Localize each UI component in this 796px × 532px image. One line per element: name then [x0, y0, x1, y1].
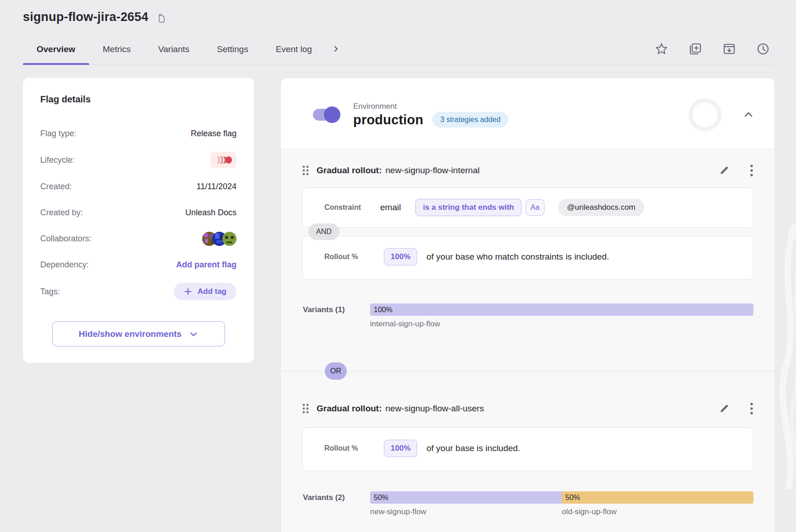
hide-show-environments-button[interactable]: Hide/show environments — [52, 321, 225, 346]
flag-overview-page: signup-flow-jira-2654 Overview Metrics V… — [0, 0, 796, 495]
drag-handle-icon[interactable] — [302, 165, 309, 176]
lifecycle-label: Lifecycle: — [40, 155, 75, 165]
rollout-description: of your base who match constraints is in… — [426, 252, 609, 262]
lifecycle-live-icon[interactable] — [210, 152, 237, 168]
variants-row-2: Variants (2) 50% 50% new-signup-flow — [303, 491, 753, 519]
tab-variants[interactable]: Variants — [145, 36, 203, 64]
variants-label: Variants (1) — [303, 303, 370, 331]
strategy-2-header: Gradual rollout:new-signup-flow-all-user… — [302, 402, 753, 415]
flag-details-card: Flag details Flag type: Release flag Lif… — [23, 78, 254, 363]
or-connector: OR — [325, 362, 347, 380]
environment-header: Environment production 3 strategies adde… — [281, 78, 774, 149]
rollout-percent-badge: 100% — [384, 248, 417, 266]
environment-card: Environment production 3 strategies adde… — [280, 78, 775, 532]
copy-add-icon[interactable] — [688, 42, 703, 56]
constraint-value: @unleashdocs.com — [558, 199, 644, 216]
strategy-list: Gradual rollout:new-signup-flow-internal… — [281, 149, 774, 519]
rollout-percent-badge: 100% — [384, 440, 417, 457]
created-value: 11/11/2024 — [197, 182, 237, 192]
strategy-1-title: Gradual rollout:new-signup-flow-internal — [317, 165, 479, 176]
add-tag-button[interactable]: Add tag — [174, 283, 237, 300]
constraint-field: email — [380, 202, 401, 213]
strategy-2-title: Gradual rollout:new-signup-flow-all-user… — [317, 404, 484, 414]
drag-handle-icon[interactable] — [302, 403, 309, 415]
strategy-menu-icon[interactable] — [750, 402, 753, 415]
flag-type-value: Release flag — [191, 129, 237, 138]
avatar — [222, 232, 237, 246]
strategy-menu-icon[interactable] — [750, 164, 753, 177]
constraint-operator: is a string that ends with — [415, 199, 521, 216]
strategy-1-header: Gradual rollout:new-signup-flow-internal — [302, 164, 753, 177]
or-divider: OR — [302, 362, 753, 380]
strategies-count-badge: 3 strategies added — [432, 112, 508, 128]
constraint-box: Constraint email is a string that ends w… — [302, 187, 753, 228]
edit-strategy-icon[interactable] — [719, 403, 730, 414]
chevron-up-icon[interactable] — [742, 109, 754, 121]
variants-row-1: Variants (1) 100% internal-sign-up-flow — [303, 303, 753, 331]
flag-type-row: Flag type: Release flag — [40, 126, 237, 141]
favorite-star-icon[interactable] — [654, 42, 669, 56]
tab-event-log[interactable]: Event log — [262, 36, 326, 64]
flag-details-heading: Flag details — [40, 94, 237, 105]
add-tag-label: Add tag — [198, 287, 226, 296]
tab-overview[interactable]: Overview — [23, 36, 89, 64]
created-by-row: Created by: Unleash Docs — [40, 205, 237, 220]
variant-name: internal-sign-up-flow — [370, 319, 440, 329]
add-parent-flag-link[interactable]: Add parent flag — [176, 260, 237, 270]
tab-metrics[interactable]: Metrics — [89, 36, 145, 64]
tab-settings[interactable]: Settings — [203, 36, 262, 64]
tab-bar: Overview Metrics Variants Settings Event… — [23, 36, 339, 64]
variant-bar: 50% — [370, 491, 562, 504]
dependency-label: Dependency: — [40, 260, 89, 270]
chevron-right-icon[interactable] — [332, 45, 339, 55]
environment-toggle[interactable] — [313, 109, 339, 121]
variant-bar: 100% — [370, 303, 753, 316]
case-sensitivity-badge: Aa — [526, 199, 545, 216]
created-row: Created: 11/11/2024 — [40, 179, 237, 194]
tags-row: Tags: Add tag — [40, 283, 237, 300]
page-title: signup-flow-jira-2654 — [23, 10, 148, 24]
rollout-label: Rollout % — [324, 444, 358, 452]
environment-label: Environment — [353, 102, 508, 111]
main-content: Flag details Flag type: Release flag Lif… — [0, 65, 796, 495]
created-label: Created: — [40, 182, 72, 192]
collaborator-avatars — [202, 232, 237, 246]
metrics-ring — [688, 98, 721, 131]
edit-strategy-icon[interactable] — [719, 165, 730, 176]
archive-icon[interactable] — [722, 42, 737, 56]
rollout-box-1: Rollout % 100% of your base who match co… — [302, 236, 753, 280]
constraint-label: Constraint — [324, 203, 361, 212]
collaborators-label: Collaborators: — [40, 234, 91, 244]
rollout-label: Rollout % — [324, 253, 358, 261]
flag-type-label: Flag type: — [40, 129, 76, 138]
dependency-row: Dependency: Add parent flag — [40, 257, 237, 272]
variant-bar: 50% — [562, 491, 753, 504]
history-clock-icon[interactable] — [756, 42, 770, 56]
environment-title: Environment production 3 strategies adde… — [353, 102, 508, 128]
flag-toolbar — [654, 42, 773, 64]
and-connector: AND — [308, 223, 339, 240]
chevron-down-icon — [189, 330, 198, 339]
copy-flag-name-icon[interactable] — [156, 13, 167, 24]
rollout-box-2: Rollout % 100% of your base is included. — [302, 427, 753, 471]
plus-icon — [184, 287, 192, 296]
rollout-description: of your base is included. — [426, 443, 520, 453]
collaborators-row: Collaborators: — [40, 231, 237, 246]
variant-name: old-sign-up-flow — [562, 507, 617, 516]
created-by-label: Created by: — [40, 208, 83, 218]
lifecycle-row: Lifecycle: — [40, 152, 237, 168]
variant-name: new-signup-flow — [370, 507, 426, 516]
environment-name: production — [353, 112, 423, 128]
page-header: signup-flow-jira-2654 Overview Metrics V… — [0, 0, 796, 65]
variants-label: Variants (2) — [303, 491, 370, 519]
tags-label: Tags: — [40, 287, 60, 297]
created-by-value: Unleash Docs — [185, 208, 237, 218]
